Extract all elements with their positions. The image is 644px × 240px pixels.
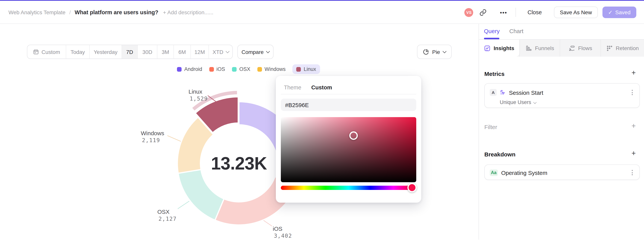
legend-swatch: [257, 67, 262, 72]
retention-icon: [606, 45, 613, 52]
compare-button[interactable]: Compare: [237, 45, 274, 59]
tab-query[interactable]: Query: [484, 28, 500, 34]
saturation-gradient-area[interactable]: [281, 117, 416, 182]
tab-retention[interactable]: Retention: [600, 40, 644, 57]
chart-type-button[interactable]: Pie: [417, 45, 452, 59]
date-range-yesterday[interactable]: Yesterday: [90, 45, 122, 59]
color-picker-popover: Theme Custom: [276, 76, 421, 203]
saved-label: Saved: [615, 9, 630, 16]
chart-legend: Android iOS OSX Windows Linux: [177, 64, 320, 74]
leader-line-windows: [166, 135, 182, 143]
saved-button[interactable]: ✓ Saved: [602, 7, 636, 18]
tab-theme[interactable]: Theme: [284, 84, 301, 91]
share-link-icon[interactable]: [480, 9, 487, 16]
add-description-button[interactable]: + Add description......: [163, 9, 213, 16]
legend-item-linux[interactable]: Linux: [292, 64, 320, 74]
save-as-new-button[interactable]: Save As New: [554, 7, 598, 18]
legend-item-android[interactable]: Android: [177, 64, 202, 74]
date-range-30d[interactable]: 30D: [138, 45, 157, 59]
date-range-xtd-label: XTD: [212, 49, 223, 55]
leader-line-linux: [207, 95, 218, 103]
picker-divider: [281, 94, 416, 94]
chart-type-label: Pie: [432, 49, 440, 55]
slice-label-ios: iOS 3,402: [273, 225, 292, 239]
date-range-12m[interactable]: 12M: [191, 45, 209, 59]
breakdown-card[interactable]: Aa Operating System: [484, 164, 640, 180]
breadcrumb-root[interactable]: Web Analytics Template: [8, 9, 66, 16]
more-menu-icon[interactable]: •••: [500, 9, 507, 16]
property-type-badge: Aa: [490, 169, 498, 176]
date-range-3m[interactable]: 3M: [157, 45, 174, 59]
chevron-down-icon: [226, 49, 229, 53]
legend-label: iOS: [216, 66, 225, 72]
insight-type-tabs: Insights Funnels Flows: [479, 40, 644, 57]
query-sidebar: Query Chart Insights: [478, 24, 644, 239]
metric-event-name: Session Start: [509, 89, 543, 96]
legend-label: Linux: [304, 66, 316, 72]
date-range-7d[interactable]: 7D: [122, 45, 138, 59]
workspace: Custom Today Yesterday 7D 30D 3M 6M 12M …: [0, 24, 644, 239]
compare-label: Compare: [242, 49, 264, 55]
avatar[interactable]: VS: [464, 8, 474, 17]
hue-slider-knob[interactable]: [408, 183, 417, 192]
legend-label: OSX: [239, 66, 250, 72]
page-title[interactable]: What platform are users using?: [75, 9, 158, 16]
active-tab-underline: [484, 38, 499, 39]
slice-label-linux: Linux 1,529: [188, 88, 208, 102]
metric-menu-icon[interactable]: [630, 88, 634, 97]
donut-slice-osx[interactable]: [178, 169, 224, 220]
legend-swatch: [177, 67, 182, 72]
flows-icon: [568, 45, 575, 52]
date-range-today[interactable]: Today: [66, 45, 90, 59]
header-divider: [516, 8, 516, 17]
header-actions: VS ••• Close Save As New ✓ Saved: [464, 1, 636, 24]
legend-item-ios[interactable]: iOS: [209, 64, 225, 74]
check-icon: ✓: [608, 9, 612, 16]
insights-icon: [484, 45, 490, 52]
tab-custom[interactable]: Custom: [311, 84, 332, 91]
add-filter-button[interactable]: +: [630, 122, 638, 130]
date-range-xtd[interactable]: XTD: [209, 45, 232, 59]
tab-chart[interactable]: Chart: [509, 28, 524, 34]
date-range-6m[interactable]: 6M: [174, 45, 191, 59]
add-metric-button[interactable]: +: [630, 69, 638, 77]
close-button[interactable]: Close: [524, 7, 545, 18]
legend-label: Windows: [264, 66, 286, 72]
breakdown-menu-icon[interactable]: [630, 168, 634, 177]
chevron-down-icon: [442, 49, 446, 53]
legend-item-windows[interactable]: Windows: [257, 64, 286, 74]
leader-line-osx: [177, 200, 190, 210]
saturation-cursor[interactable]: [349, 131, 358, 140]
series-badge: A: [490, 89, 497, 96]
legend-item-osx[interactable]: OSX: [232, 64, 250, 74]
hue-slider[interactable]: [281, 186, 416, 190]
sidebar-tabs: Query Chart: [484, 28, 524, 34]
chart-panel: Custom Today Yesterday 7D 30D 3M 6M 12M …: [0, 24, 478, 239]
top-header: Web Analytics Template / What platform a…: [0, 0, 644, 24]
chevron-down-icon: [533, 101, 536, 104]
breadcrumb-separator: /: [69, 9, 71, 16]
filter-heading: Filter: [484, 124, 497, 130]
tab-funnels[interactable]: Funnels: [519, 40, 560, 57]
legend-label: Android: [184, 66, 202, 72]
tab-flows[interactable]: Flows: [560, 40, 600, 57]
tab-label: Funnels: [535, 45, 554, 51]
leader-line-ios: [263, 219, 273, 227]
metric-card[interactable]: A Session Start Unique Users: [484, 83, 640, 108]
hex-color-input[interactable]: [281, 99, 416, 111]
date-range-control: Custom Today Yesterday 7D 30D 3M 6M 12M …: [27, 45, 233, 59]
funnels-icon: [525, 45, 532, 52]
date-range-custom[interactable]: Custom: [27, 45, 66, 59]
add-breakdown-button[interactable]: +: [630, 149, 638, 158]
tab-insights[interactable]: Insights: [479, 40, 519, 57]
legend-swatch: [209, 67, 214, 72]
breakdown-property-name: Operating System: [501, 169, 547, 176]
chevron-down-icon: [266, 49, 270, 53]
date-range-custom-label: Custom: [42, 49, 60, 55]
tab-label: Insights: [494, 45, 514, 51]
breakdown-heading: Breakdown: [484, 151, 516, 158]
legend-swatch: [232, 67, 236, 72]
metric-aggregation-dropdown[interactable]: Unique Users: [485, 97, 640, 105]
tab-label: Retention: [616, 45, 639, 51]
breadcrumb: Web Analytics Template / What platform a…: [8, 1, 213, 24]
